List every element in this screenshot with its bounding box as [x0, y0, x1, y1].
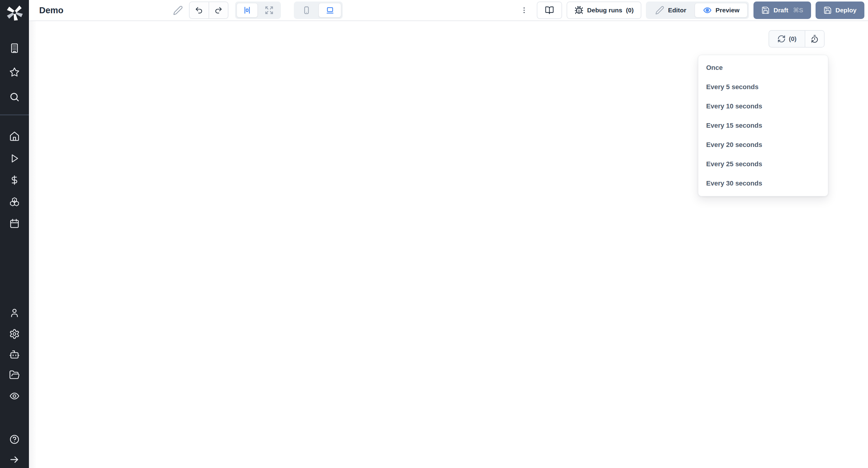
sidebar-item-user[interactable]	[9, 307, 20, 318]
menu-item-every-5s[interactable]: Every 5 seconds	[698, 77, 828, 97]
sidebar-item-workspace[interactable]	[9, 43, 20, 54]
debug-runs-count: (0)	[626, 7, 634, 14]
eye-icon	[703, 6, 712, 15]
more-options-button[interactable]	[516, 1, 532, 19]
star-icon	[9, 67, 20, 78]
menu-item-every-25s[interactable]: Every 25 seconds	[698, 155, 828, 174]
undo-redo-group	[189, 1, 228, 19]
refresh-icon	[777, 35, 786, 43]
debug-runs-label: Debug runs	[587, 7, 622, 14]
sidebar-item-workers[interactable]	[9, 349, 20, 360]
sidebar-item-runs[interactable]	[9, 153, 20, 164]
eye-icon	[9, 391, 20, 401]
calendar-icon	[9, 218, 20, 229]
smartphone-icon	[302, 6, 311, 15]
undo-button[interactable]	[190, 2, 209, 19]
sidebar-divider	[0, 114, 29, 115]
timer-reset-icon	[810, 35, 819, 43]
device-toggle	[294, 1, 343, 19]
menu-item-every-20s[interactable]: Every 20 seconds	[698, 135, 828, 155]
desktop-view-option[interactable]	[318, 3, 341, 18]
topbar-right-cluster: Debug runs (0) Editor	[516, 1, 864, 19]
user-icon	[9, 307, 20, 318]
settings-gear-icon	[9, 329, 20, 339]
sidebar-item-variables[interactable]	[9, 175, 20, 186]
canvas-width-toggle	[235, 1, 281, 19]
sidebar-item-resources[interactable]	[9, 196, 20, 207]
folder-open-icon	[9, 370, 20, 380]
menu-item-every-10s[interactable]: Every 10 seconds	[698, 97, 828, 116]
laptop-icon	[326, 6, 335, 15]
sidebar	[0, 0, 29, 468]
editor-label: Editor	[668, 7, 686, 14]
sidebar-item-audit[interactable]	[9, 391, 20, 401]
preview-tab[interactable]: Preview	[695, 3, 747, 18]
editor-tab[interactable]: Editor	[647, 1, 694, 19]
draft-label: Draft	[773, 7, 788, 14]
contained-width-icon	[243, 6, 252, 15]
topbar: Demo	[29, 0, 868, 21]
draft-shortcut: ⌘S	[793, 7, 803, 14]
pencil-icon	[173, 5, 183, 15]
windmill-logo[interactable]	[5, 4, 24, 22]
redo-button[interactable]	[209, 2, 228, 19]
save-icon	[761, 6, 770, 14]
undo-icon	[195, 6, 203, 14]
sidebar-item-schedules[interactable]	[9, 218, 20, 229]
sidebar-item-home[interactable]	[9, 131, 20, 141]
home-icon	[9, 131, 20, 141]
app-root: Demo	[0, 0, 868, 468]
menu-item-every-30s[interactable]: Every 30 seconds	[698, 174, 828, 193]
pencil-icon	[655, 6, 664, 15]
help-icon	[9, 434, 20, 445]
refresh-interval-button[interactable]	[805, 31, 824, 47]
refresh-interval-menu: Once Every 5 seconds Every 10 seconds Ev…	[698, 55, 828, 196]
rename-app-button[interactable]	[173, 5, 183, 16]
page-title: Demo	[39, 0, 64, 21]
dollar-icon	[9, 175, 20, 186]
mobile-view-option[interactable]	[296, 3, 317, 18]
refresh-control: (0)	[769, 30, 825, 47]
windmill-pinwheel-icon	[5, 4, 24, 22]
arrow-right-icon	[9, 454, 20, 465]
refresh-button[interactable]: (0)	[769, 31, 805, 47]
deploy-label: Deploy	[835, 7, 857, 14]
robot-icon	[9, 349, 20, 360]
sidebar-item-favorites[interactable]	[9, 67, 20, 78]
preview-label: Preview	[715, 7, 739, 14]
menu-item-every-15s[interactable]: Every 15 seconds	[698, 116, 828, 135]
debug-runs-button[interactable]: Debug runs (0)	[567, 1, 641, 19]
editor-preview-toggle: Editor Preview	[646, 1, 749, 19]
sidebar-item-expand[interactable]	[9, 454, 20, 465]
save-draft-button[interactable]: Draft ⌘S	[753, 1, 811, 19]
sidebar-item-search[interactable]	[9, 92, 20, 102]
boxes-icon	[9, 196, 20, 207]
sidebar-item-help[interactable]	[9, 434, 20, 445]
save-icon	[824, 6, 832, 14]
sidebar-edge-shadow	[29, 21, 37, 468]
menu-item-once[interactable]: Once	[698, 58, 828, 77]
deploy-button[interactable]: Deploy	[815, 1, 864, 19]
full-width-option[interactable]	[259, 3, 279, 18]
contained-width-option[interactable]	[237, 3, 258, 18]
search-icon	[9, 92, 20, 102]
building-icon	[9, 43, 20, 54]
sidebar-item-folders[interactable]	[9, 370, 20, 380]
refresh-count: (0)	[789, 35, 797, 42]
sidebar-item-settings[interactable]	[9, 329, 20, 339]
kebab-menu-icon	[520, 6, 528, 15]
expand-icon	[265, 6, 274, 15]
book-open-icon	[545, 6, 554, 15]
play-icon	[9, 153, 20, 164]
bug-icon	[575, 6, 584, 15]
docs-button[interactable]	[537, 1, 562, 19]
redo-icon	[214, 6, 223, 14]
